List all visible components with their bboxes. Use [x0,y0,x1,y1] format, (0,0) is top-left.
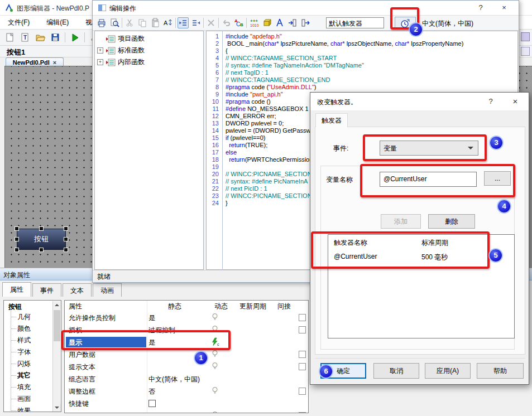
resize-handle[interactable] [15,248,19,252]
tree-scrollbar[interactable] [52,301,60,412]
close-icon[interactable]: × [507,95,524,107]
property-grid[interactable]: 属性静态动态更新周期间接 允许操作员控制是授权过程控制显示是c用户数据提示文本组… [64,300,309,413]
property-row-1[interactable]: 授权过程控制 [65,325,308,336]
property-row-8[interactable] [65,410,308,413]
resize-handle[interactable] [39,248,44,252]
indirect-checkbox[interactable] [299,314,306,321]
trigger-list[interactable]: 触发器名称标准周期@CurrentUser500 毫秒 [328,234,515,338]
print-icon[interactable] [96,17,107,28]
tree-item-4[interactable]: 闪烁 [17,359,56,368]
delete-button[interactable]: 删除 [428,214,475,229]
function-tree-item-1[interactable]: +标准函数 [95,45,203,56]
properties-tab-1[interactable]: 事件 [32,283,61,297]
resize-handle[interactable] [64,248,68,252]
compass-icon[interactable] [274,17,285,28]
resize-handle[interactable] [64,226,68,231]
function-tree[interactable]: 项目函数+标准函数+内部函数 [94,31,204,270]
expand-plus-icon[interactable]: + [97,59,103,65]
function-tree-item-2[interactable]: +内部函数 [95,56,203,68]
property-row-7[interactable]: 快捷键 [65,398,308,409]
tab-newpdl0[interactable]: NewPdl0.Pdl × [6,57,64,66]
indirect-checkbox[interactable] [299,351,306,358]
tree-item-1[interactable]: 颜色 [17,324,56,333]
tag-name-input[interactable]: @CurrentUser [380,172,477,187]
scroll-thumb[interactable] [54,310,60,341]
tree-item-5[interactable]: 其它 [17,371,56,380]
property-row-2[interactable]: 显示是c [65,337,308,348]
tree-item-3[interactable]: 字体 [17,347,56,356]
insert-tag-icon[interactable]: +++1010 [248,17,260,28]
canvas-button-object[interactable]: 按钮 [17,229,66,250]
property-row-6[interactable]: 调整边框否 [65,386,308,397]
export-icon[interactable] [300,17,311,28]
undo-icon[interactable] [221,17,232,28]
default-trigger-box[interactable]: 默认触发器 [326,17,384,28]
dynamic-bulb-icon[interactable] [212,313,219,321]
property-row-4[interactable]: 提示文本 [65,361,308,373]
dynamic-bulb-icon[interactable] [212,325,219,333]
resize-handle[interactable] [15,226,19,231]
tab-close-icon[interactable]: × [53,59,56,66]
scroll-down-icon[interactable] [53,404,61,412]
open-icon[interactable] [35,32,46,43]
property-name-selected[interactable]: 显示 [66,337,146,347]
help-icon[interactable]: ? [472,2,489,13]
paste-icon[interactable] [150,17,161,28]
dynamic-bulb-icon[interactable] [212,411,219,413]
property-row-3[interactable]: 用户数据 [65,349,308,360]
font-case-icon[interactable]: ACB [233,17,245,28]
static-checkbox[interactable] [148,400,156,407]
apply-button[interactable]: 应用(A) [425,363,471,379]
property-row-0[interactable]: 允许操作员控制是 [65,312,308,323]
help-icon[interactable]: ? [482,95,499,107]
tab-trigger[interactable]: 触发器 [315,113,348,127]
copy-icon[interactable] [137,17,148,28]
resize-handle[interactable] [39,226,44,231]
save-icon[interactable] [50,32,61,43]
tree-item-0[interactable]: 几何 [17,312,56,321]
indirect-checkbox[interactable] [299,363,306,370]
menu-item-1[interactable]: 编辑(E) [44,17,71,28]
properties-tab-3[interactable]: 动画 [93,283,122,297]
tree-item-8[interactable]: 效果 [17,406,56,412]
outdent-icon[interactable] [178,17,189,28]
menu-item-0[interactable]: 文件(F) [6,17,32,28]
cut-icon[interactable] [124,17,135,28]
delete-icon[interactable] [205,17,217,28]
close-icon[interactable]: × [496,2,512,13]
indent-icon[interactable] [190,17,202,28]
resize-handle[interactable] [15,237,19,241]
run-icon[interactable] [69,32,80,43]
tree-item-7[interactable]: 画面 [17,394,56,403]
cancel-button[interactable]: 取消 [373,363,419,379]
dynamic-bulb-icon[interactable] [212,350,219,358]
property-category-tree[interactable]: 按钮 几何颜色样式字体闪烁其它填充画面效果 [3,300,61,412]
find-replace-icon[interactable]: A [162,17,174,28]
insert-object-icon[interactable] [261,17,272,28]
new-template-icon[interactable]: T [20,32,31,43]
resize-handle[interactable] [64,237,68,241]
help-button[interactable]: 帮助 [477,363,524,379]
trigger-clock-icon[interactable] [395,17,416,30]
indirect-checkbox[interactable] [299,326,306,333]
function-tree-item-0[interactable]: 项目函数 [95,33,203,45]
print-preview-icon[interactable] [109,17,120,28]
dynamic-flash-icon[interactable]: c [210,337,219,346]
properties-tab-0[interactable]: 属性 [2,282,31,297]
browse-button[interactable]: ... [484,171,511,186]
tree-item-6[interactable]: 填充 [17,383,56,391]
expand-plus-icon[interactable]: + [97,47,103,54]
indirect-checkbox[interactable] [299,412,306,413]
indirect-checkbox[interactable] [299,388,306,395]
ok-button[interactable]: 确定 [320,363,366,379]
properties-tab-2[interactable]: 文本 [63,283,92,297]
event-dropdown[interactable]: 变量 [380,141,478,156]
scroll-up-icon[interactable] [53,301,61,309]
import-icon[interactable] [287,17,298,28]
tree-item-2[interactable]: 样式 [17,336,56,345]
dynamic-bulb-icon[interactable] [212,386,219,395]
new-picture-icon[interactable] [4,32,16,43]
property-row-5[interactable]: 组态语言中文(简体，中国) [65,374,308,385]
list-cell[interactable]: @CurrentUser [334,253,377,260]
dynamic-bulb-icon[interactable] [212,362,219,370]
